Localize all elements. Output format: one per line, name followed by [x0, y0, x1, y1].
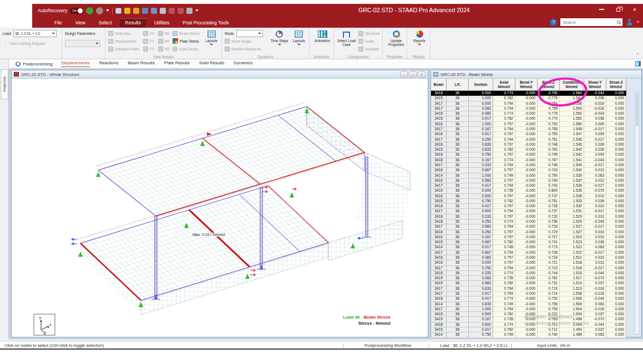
deflection-button[interactable]: Deflection [108, 29, 141, 37]
table-row[interactable]: 3415360.8330.782-0.0000.7601.5420.0360.0… [431, 147, 626, 152]
table-row[interactable]: 3414360.7500.749-0.0000.7401.4890.0630.0… [431, 332, 626, 337]
table-row[interactable]: 3416360.5830.797-0.0000.7401.5370.0100.0… [431, 178, 626, 183]
table-row[interactable]: 3415361.0000.782-0.0000.7791.5610.0360.0… [431, 96, 626, 101]
table-row[interactable]: 3415360.6670.782-0.0000.7411.5230.0360.0… [431, 240, 626, 245]
mz-button[interactable]: MZ [158, 45, 170, 53]
table-row[interactable]: 3417360.2500.794-0.0000.7511.545-0.0170.… [431, 137, 626, 142]
autorecovery-toggle[interactable]: On [70, 8, 83, 14]
table-row[interactable]: 3416360.1670.797-0.0000.7271.5240.0100.0… [431, 235, 626, 240]
table-row[interactable]: 3415360.5000.782-0.0000.7221.5040.0370.0… [431, 312, 626, 317]
table-row[interactable]: 3417360.5000.794-0.0000.7371.531-0.0170.… [431, 209, 626, 214]
table-row[interactable]: 3417360.1670.794-0.0000.7551.549-0.0170.… [431, 127, 626, 132]
tab-results[interactable]: Results [120, 18, 146, 27]
col-axial[interactable]: AxialN/mm2 [493, 79, 515, 91]
design-parameters-button[interactable]: Design Parameters [65, 29, 103, 37]
table-row[interactable]: 3417361.0000.794-0.0000.7091.504-0.0180.… [431, 307, 626, 312]
nav-forward-icon[interactable] [96, 7, 103, 14]
table-row[interactable]: 3415360.7500.782-0.0000.7511.5330.0360.0… [431, 199, 626, 204]
table-row[interactable]: 3417360.5830.794-0.0000.7331.527-0.0170.… [431, 224, 626, 229]
table-row[interactable]: 3417360.4170.794-0.0000.7421.536-0.0170.… [431, 183, 626, 188]
tab-displacements[interactable]: Displacements [61, 60, 89, 67]
table-row[interactable]: 3416360.7500.797-0.0000.7451.5420.0090.0… [431, 152, 626, 157]
table-row[interactable]: 3419360.1670.735-0.0000.7631.498-0.0700.… [431, 317, 626, 322]
marquee-select-icon[interactable] [169, 8, 175, 14]
tab-view[interactable]: View [70, 18, 91, 27]
fy-button[interactable]: FY [143, 37, 155, 45]
beam-select-icon[interactable] [186, 8, 193, 14]
search-input[interactable] [563, 20, 617, 25]
view-close-button[interactable]: × [418, 71, 426, 78]
plate-stress-button[interactable]: Plate Stress [173, 37, 201, 45]
table-row[interactable]: 3418360.0000.774-0.0000.7901.564-0.0430.… [431, 91, 626, 96]
col-bend-y[interactable]: Bend-YN/mm2 [515, 79, 538, 91]
table-row[interactable]: 3414360.8330.749-0.0000.7561.5060.0630.0… [431, 302, 626, 307]
panel-layout-icon[interactable] [635, 61, 641, 66]
table-row[interactable]: 3418360.2500.774-0.0000.7561.529-0.0430.… [431, 219, 626, 224]
folder-icon[interactable] [133, 8, 139, 14]
mode-shape-button[interactable]: Mode Shape [225, 37, 268, 45]
select-load-case-button[interactable]: Select Load Case [337, 29, 356, 53]
view-loading-diagram-button[interactable]: ↓ View Loading Diagram [3, 39, 59, 47]
table-row[interactable]: 3419360.0000.735-0.0000.8001.535-0.0700.… [431, 188, 626, 193]
solid-stress-button[interactable]: Solid Stress [173, 45, 201, 53]
table-row[interactable]: 3417360.0830.794-0.0000.7591.554-0.0160.… [431, 106, 626, 111]
view-minimize-button[interactable]: – [400, 71, 408, 78]
table-row[interactable]: 3416360.8330.797-0.0000.7481.5450.0090.0… [431, 142, 626, 147]
tab-dynamics[interactable]: Dynamics [234, 60, 252, 67]
view-maximize-button[interactable]: □ [409, 71, 417, 78]
tab-file[interactable]: File [49, 18, 68, 27]
table-row[interactable]: 3419360.0830.735-0.0000.7821.517-0.0700.… [431, 276, 626, 281]
scrollbar-thumb[interactable] [636, 93, 639, 126]
tab-reactions[interactable]: Reactions [99, 60, 119, 67]
table-row[interactable]: 3415360.5830.782-0.0000.7311.5130.0370.0… [431, 281, 626, 286]
annotate-button[interactable]: Annotate [358, 45, 380, 53]
table-row[interactable]: 3416361.0000.797-0.0000.7521.5500.0090.0… [431, 122, 626, 127]
save-icon[interactable] [115, 8, 121, 14]
undo-icon[interactable] [142, 8, 148, 14]
tab-solid-results[interactable]: Solid Results [199, 60, 225, 67]
tab-beam-results[interactable]: Beam Results [128, 60, 155, 67]
table-row[interactable]: 3416360.2500.797-0.0000.7291.5270.0100.0… [431, 230, 626, 235]
scale-button[interactable]: Scale [358, 37, 380, 45]
col-bend-z[interactable]: Bend-ZN/mm2 [538, 79, 560, 91]
dynamics-layouts-button[interactable]: Layouts [291, 29, 307, 53]
table-row[interactable]: 3418360.0830.774-0.0000.7791.552-0.0430.… [431, 111, 626, 116]
table-row[interactable]: 3417360.6670.794-0.0000.7281.522-0.0170.… [431, 250, 626, 255]
fz-button[interactable]: FZ [143, 45, 155, 53]
tab-select[interactable]: Select [93, 18, 118, 27]
view-results-layouts-button[interactable]: Layouts [204, 29, 219, 53]
time-steps-button[interactable]: Time Steps [271, 29, 288, 53]
table-row[interactable]: 3417360.7500.794-0.0000.7231.518-0.0170.… [431, 266, 626, 271]
workflow-side-tab[interactable]: Workflow [1, 69, 8, 99]
table-row[interactable]: 3416360.3330.797-0.0000.7321.5290.0100.0… [431, 214, 626, 219]
table-row[interactable]: 3417360.8330.794-0.0000.7191.513-0.0180.… [431, 286, 626, 291]
node-select-icon[interactable] [178, 8, 184, 14]
cursor-select-icon[interactable] [160, 8, 166, 14]
table-row[interactable]: 3418360.5000.774-0.0000.7211.494-0.0440.… [431, 322, 626, 327]
table-row[interactable]: 3415360.4170.782-0.0000.7121.4940.0370.0… [431, 327, 626, 332]
relative-response-button[interactable]: Relative Response [225, 45, 268, 53]
mode-combobox[interactable] [236, 30, 263, 37]
design-parameters-combobox[interactable] [65, 40, 100, 47]
update-properties-button[interactable]: Update Properties [386, 29, 407, 47]
table-window-titlebar[interactable]: GRC-02.STD - Beam Stress [431, 70, 641, 79]
table-row[interactable]: 3418360.3330.774-0.0000.7441.518-0.0440.… [431, 271, 626, 276]
account-dropdown-icon[interactable] [636, 21, 640, 23]
table-row[interactable]: 3418360.4170.774-0.0000.7321.506-0.0440.… [431, 296, 626, 301]
table-row[interactable]: 3416360.5000.797-0.0000.7371.5350.0100.0… [431, 194, 626, 199]
displacement-button[interactable]: Displacement [108, 37, 141, 45]
open-file-icon[interactable] [124, 8, 130, 14]
table-row[interactable]: 3414361.0000.749-0.0000.7901.5390.0630.0… [431, 173, 626, 178]
col-section[interactable]: Section [469, 79, 493, 91]
table-row[interactable]: 3415360.9170.782-0.0000.7701.5520.0360.0… [431, 116, 626, 121]
help-icon[interactable]: ? [550, 19, 557, 26]
search-box[interactable] [560, 18, 622, 26]
my-button[interactable]: MY [158, 37, 170, 45]
nav-dropdown-icon[interactable] [106, 9, 109, 12]
structure-3d-canvas[interactable]: Max: 0.017 N/mm2 Load 36 : Beam Stress S… [12, 79, 428, 337]
table-row[interactable]: 3416360.4170.797-0.0000.7351.5320.0100.0… [431, 204, 626, 209]
animation-button[interactable]: Animation [312, 29, 332, 43]
beam-stress-button[interactable]: Beam Stress [173, 29, 201, 37]
table-row[interactable]: 3417360.0000.794-0.0000.7641.558-0.0160.… [431, 101, 626, 106]
table-row[interactable]: 3417360.9170.794-0.0000.7141.508-0.0180.… [431, 291, 626, 296]
